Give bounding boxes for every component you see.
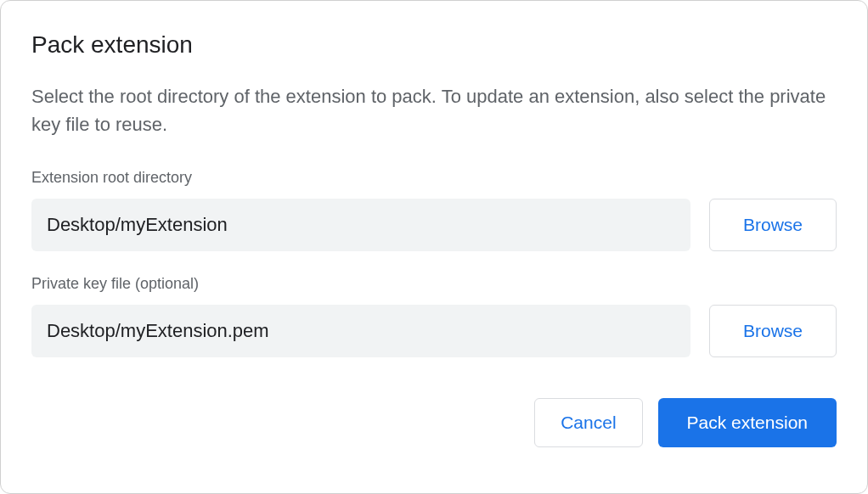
dialog-footer: Cancel Pack extension [31, 398, 837, 447]
dialog-title: Pack extension [31, 31, 837, 59]
private-key-label: Private key file (optional) [31, 275, 837, 293]
cancel-button[interactable]: Cancel [534, 398, 642, 447]
root-directory-field: Extension root directory Browse [31, 169, 837, 251]
private-key-browse-button[interactable]: Browse [709, 305, 837, 357]
root-directory-browse-button[interactable]: Browse [709, 199, 837, 251]
private-key-row: Browse [31, 305, 837, 357]
root-directory-input[interactable] [31, 199, 690, 251]
root-directory-label: Extension root directory [31, 169, 837, 187]
dialog-description: Select the root directory of the extensi… [31, 82, 830, 138]
private-key-input[interactable] [31, 305, 690, 357]
private-key-field: Private key file (optional) Browse [31, 275, 837, 357]
pack-extension-button[interactable]: Pack extension [658, 398, 837, 447]
root-directory-row: Browse [31, 199, 837, 251]
pack-extension-dialog: Pack extension Select the root directory… [0, 0, 868, 494]
